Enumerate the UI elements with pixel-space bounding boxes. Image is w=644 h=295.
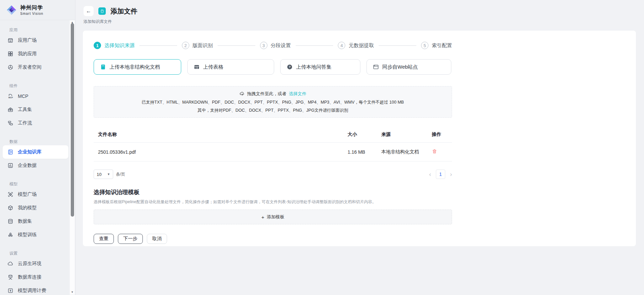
training-icon	[7, 232, 13, 238]
db-connection-icon	[7, 274, 13, 280]
sidebar-item-model-plaza[interactable]: 模型广场	[3, 188, 68, 201]
page-title: 添加文件	[110, 7, 137, 16]
col-header-source: 来源	[380, 132, 430, 138]
step-connector	[296, 45, 333, 46]
sidebar-nav: 应用 应用广场 我的应用 开发者空间 组件 MCP MCP 工具集	[0, 20, 75, 295]
template-section-title: 选择知识治理模板	[94, 188, 452, 196]
tab-label: 上传本地问答集	[296, 64, 331, 70]
sidebar-item-label: 企业知识库	[18, 149, 41, 155]
sidebar-item-enterprise-data[interactable]: 企业数据	[3, 159, 68, 172]
step-number: 2	[182, 42, 189, 49]
file-dropzone[interactable]: 拖拽文件至此，或者 选择文件 已支持TXT、HTML、MARKDOWN、PDF、…	[94, 86, 452, 118]
cancel-button[interactable]: 取消	[147, 234, 167, 244]
cube-icon	[7, 205, 13, 211]
sidebar-item-label: 应用广场	[18, 37, 37, 43]
billing-icon: ¥	[7, 288, 13, 294]
step-segmentation[interactable]: 3 分段设置	[260, 42, 291, 49]
tab-upload-unstructured-doc[interactable]: 上传本地非结构化文档	[94, 59, 181, 75]
sidebar-item-db-connection[interactable]: 数据库连接	[3, 270, 68, 284]
sidebar-item-label: 模型广场	[18, 191, 37, 197]
svg-text:¥: ¥	[10, 289, 11, 292]
prev-page-button[interactable]: ‹	[429, 171, 431, 177]
sidebar-item-knowledge-base[interactable]: 企业知识库	[3, 145, 68, 159]
qa-icon: ?	[287, 64, 293, 70]
sidebar-item-datasets[interactable]: 数据集	[3, 215, 68, 228]
sidebar-item-label: 模型调用计费	[18, 288, 46, 294]
cloud-upload-icon	[239, 91, 245, 97]
sidebar-item-app-plaza[interactable]: 应用广场	[3, 34, 68, 47]
dropzone-hint: 拖拽文件至此，或者	[247, 91, 287, 97]
sidebar-item-label: MCP	[18, 94, 28, 99]
sidebar: 神州问学 Smart Vision 应用 应用广场 我的应用 开发者空间 组件 …	[0, 0, 75, 295]
cloud-icon	[7, 261, 13, 267]
sidebar-item-cloud-native[interactable]: 云原生环境	[3, 257, 68, 270]
section-label-apps: 应用	[0, 27, 75, 33]
page-size-value: 10	[97, 172, 101, 177]
sidebar-item-developer-space[interactable]: 开发者空间	[3, 61, 68, 74]
table-row: 2501.05336v1.pdf 1.16 MB 本地非结构化文档	[94, 143, 452, 161]
dedupe-button[interactable]: 查重	[94, 234, 114, 244]
step-index-config[interactable]: 5 索引配置	[421, 42, 452, 49]
step-label: 版面识别	[193, 42, 213, 49]
scrollbar-down-arrow[interactable]: ▼	[70, 290, 75, 295]
toolbox-icon	[7, 107, 13, 113]
upload-type-tabs: 上传本地非结构化文档 上传表格 ? 上传本地问答集 同步自Web站点	[94, 59, 452, 75]
trash-icon	[432, 149, 437, 154]
step-number: 4	[338, 42, 345, 49]
logo-diamond-icon	[6, 5, 17, 15]
developer-space-icon	[7, 64, 13, 70]
sidebar-item-toolset[interactable]: 工具集	[3, 103, 68, 116]
logo: 神州问学 Smart Vision	[0, 0, 75, 20]
logo-subtitle: Smart Vision	[20, 12, 43, 15]
page-subtitle: 添加知识库文件	[84, 19, 112, 25]
scrollbar-thumb[interactable]	[71, 23, 74, 217]
svg-text:MCP: MCP	[8, 97, 13, 99]
knowledge-base-icon	[7, 149, 13, 155]
tab-sync-web-site[interactable]: 同步自Web站点	[366, 59, 451, 75]
sidebar-item-workflow[interactable]: 工作流	[3, 116, 68, 130]
sidebar-item-model-training[interactable]: 模型训练	[3, 228, 68, 242]
sidebar-item-mcp[interactable]: MCP MCP	[3, 89, 68, 103]
model-plaza-icon	[7, 191, 13, 197]
chevron-down-icon: ▼	[107, 173, 110, 176]
back-button[interactable]: ←	[84, 6, 94, 16]
step-connector	[218, 45, 255, 46]
svg-text:?: ?	[289, 65, 291, 69]
database-icon	[7, 218, 13, 224]
delete-file-button[interactable]	[430, 149, 452, 155]
tab-label: 上传本地非结构化文档	[109, 64, 160, 70]
step-layout-recognition[interactable]: 2 版面识别	[182, 42, 213, 49]
table-header-row: 文件名称 大小 来源 操作	[94, 126, 452, 143]
current-page-button[interactable]: 1	[436, 170, 445, 179]
choose-file-link[interactable]: 选择文件	[289, 91, 307, 97]
storefront-icon	[7, 37, 13, 43]
section-label-models: 模型	[0, 181, 75, 187]
table-icon	[194, 64, 200, 70]
sidebar-item-label: 云原生环境	[18, 261, 41, 267]
step-label: 索引配置	[432, 42, 452, 49]
sidebar-item-my-apps[interactable]: 我的应用	[3, 47, 68, 61]
step-label: 选择知识来源	[104, 42, 135, 49]
sidebar-item-label: 工作流	[18, 120, 32, 126]
template-section-desc: 选择模板后根据Pipeline配置自动化批量处理文件，简化操作步骤；如需对单个文…	[94, 199, 452, 205]
section-label-components: 组件	[0, 83, 75, 89]
tab-upload-table[interactable]: 上传表格	[187, 59, 274, 75]
wizard-stepper: 1 选择知识来源 2 版面识别 3 分段设置 4 元数据提取 5 索引配置	[94, 41, 452, 49]
tab-upload-qa-set[interactable]: ? 上传本地问答集	[280, 59, 360, 75]
sidebar-item-my-models[interactable]: 我的模型	[3, 201, 68, 215]
step-metadata-extraction[interactable]: 4 元数据提取	[338, 42, 374, 49]
step-select-source[interactable]: 1 选择知识来源	[94, 42, 135, 49]
sidebar-item-label: 数据集	[18, 218, 32, 224]
file-size: 1.16 MB	[346, 149, 380, 155]
document-icon	[100, 64, 106, 70]
sidebar-item-billing[interactable]: ¥ 模型调用计费	[3, 284, 68, 295]
next-page-button[interactable]: ›	[450, 171, 452, 177]
tab-label: 上传表格	[203, 64, 223, 70]
logo-title: 神州问学	[20, 4, 43, 11]
step-number: 5	[421, 42, 428, 49]
file-source: 本地非结构化文档	[380, 149, 430, 155]
layout-recognition-formats-text: 其中，支持对PDF、DOC、DOCX、PPT、PPTX、PNG、JPG文件进行版…	[97, 108, 448, 113]
page-size-select[interactable]: 10 ▼	[94, 170, 113, 179]
next-step-button[interactable]: 下一步	[118, 234, 143, 244]
add-template-button[interactable]: + 添加模板	[94, 210, 452, 224]
